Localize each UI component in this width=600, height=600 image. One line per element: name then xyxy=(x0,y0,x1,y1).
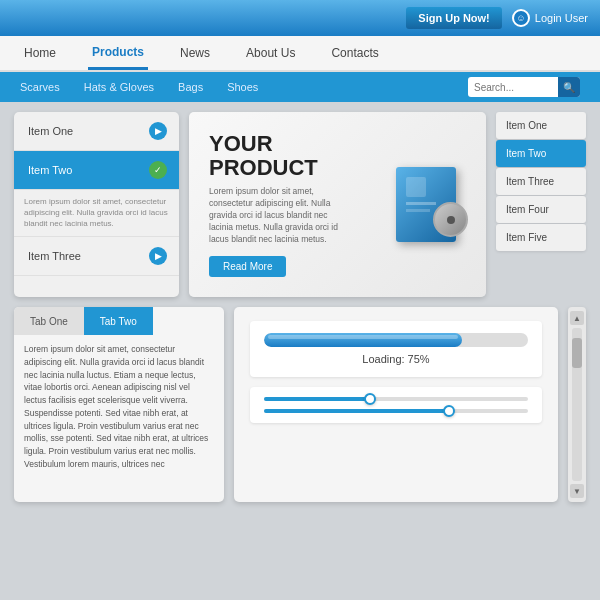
nav-contacts[interactable]: Contacts xyxy=(327,36,382,70)
banner-text: YOUR PRODUCT Lorem ipsum dolor sit amet,… xyxy=(209,132,386,277)
nav-about[interactable]: About Us xyxy=(242,36,299,70)
product-image xyxy=(386,155,466,255)
slider-one-track[interactable] xyxy=(264,397,528,401)
scroll-up-arrow[interactable]: ▲ xyxy=(570,311,584,325)
subnav-scarves[interactable]: Scarves xyxy=(20,81,60,93)
right-item-three[interactable]: Item Three xyxy=(496,168,586,195)
slider-two-thumb[interactable] xyxy=(443,405,455,417)
sidebar-item-two[interactable]: Item Two ✓ xyxy=(14,151,179,190)
right-item-five[interactable]: Item Five xyxy=(496,224,586,251)
nav-products[interactable]: Products xyxy=(88,36,148,70)
sidebar-item-three[interactable]: Item Three ▶ xyxy=(14,237,179,276)
item-one-arrow: ▶ xyxy=(149,122,167,140)
tabs-widget: Tab One Tab Two Lorem ipsum dolor sit am… xyxy=(14,307,224,502)
tab-content: Lorem ipsum dolor sit amet, consectetur … xyxy=(14,335,224,502)
search-input[interactable] xyxy=(468,82,558,93)
right-list: Item One Item Two Item Three Item Four I… xyxy=(496,112,586,297)
progress-fill xyxy=(264,333,462,347)
sidebar-item-one[interactable]: Item One ▶ xyxy=(14,112,179,151)
search-button[interactable]: 🔍 xyxy=(558,77,580,97)
nav-home[interactable]: Home xyxy=(20,36,60,70)
subnav-shoes[interactable]: Shoes xyxy=(227,81,258,93)
tab-two-button[interactable]: Tab Two xyxy=(84,307,153,335)
main-nav: Home Products News About Us Contacts xyxy=(0,36,600,72)
right-item-two[interactable]: Item Two xyxy=(496,140,586,167)
banner-description: Lorem ipsum dolor sit amet, consectetur … xyxy=(209,186,349,245)
progress-section: Loading: 75% xyxy=(250,321,542,377)
subnav-bags[interactable]: Bags xyxy=(178,81,203,93)
slider-two-track[interactable] xyxy=(264,409,528,413)
scroll-thumb[interactable] xyxy=(572,338,582,368)
slider-one-thumb[interactable] xyxy=(364,393,376,405)
login-label: Login User xyxy=(535,12,588,24)
header-top-bar: Sign Up Now! ☺ Login User xyxy=(0,0,600,36)
sub-nav: Scarves Hats & Gloves Bags Shoes 🔍 xyxy=(0,72,600,102)
sliders-section xyxy=(250,387,542,423)
tab-one-button[interactable]: Tab One xyxy=(14,307,84,335)
login-user-area: ☺ Login User xyxy=(512,9,588,27)
scroll-track[interactable] xyxy=(572,328,582,481)
tabs-header: Tab One Tab Two xyxy=(14,307,224,335)
item-two-check: ✓ xyxy=(149,161,167,179)
slider-two-fill xyxy=(264,409,449,413)
nav-news[interactable]: News xyxy=(176,36,214,70)
user-icon: ☺ xyxy=(512,9,530,27)
sidebar-widget: Item One ▶ Item Two ✓ Lorem ipsum dolor … xyxy=(14,112,179,297)
product-shape xyxy=(396,167,456,242)
banner-title: YOUR PRODUCT xyxy=(209,132,386,180)
item-three-arrow: ▶ xyxy=(149,247,167,265)
slider-one-fill xyxy=(264,397,370,401)
scrollbar-widget: ▲ ▼ xyxy=(568,307,586,502)
top-row: Item One ▶ Item Two ✓ Lorem ipsum dolor … xyxy=(14,112,586,297)
item-two-desc: Lorem ipsum dolor sit amet, consectetur … xyxy=(14,190,179,237)
subnav-hats[interactable]: Hats & Gloves xyxy=(84,81,154,93)
read-more-button[interactable]: Read More xyxy=(209,256,286,277)
product-banner: YOUR PRODUCT Lorem ipsum dolor sit amet,… xyxy=(189,112,486,297)
progress-track xyxy=(264,333,528,347)
search-box: 🔍 xyxy=(468,77,580,97)
content-area: Item One ▶ Item Two ✓ Lorem ipsum dolor … xyxy=(0,102,600,512)
bottom-row: Tab One Tab Two Lorem ipsum dolor sit am… xyxy=(14,307,586,502)
right-item-four[interactable]: Item Four xyxy=(496,196,586,223)
controls-widget: Loading: 75% xyxy=(234,307,558,502)
progress-label: Loading: 75% xyxy=(264,353,528,365)
product-disc xyxy=(433,202,468,237)
right-item-one[interactable]: Item One xyxy=(496,112,586,139)
signup-button[interactable]: Sign Up Now! xyxy=(406,7,502,29)
scroll-down-arrow[interactable]: ▼ xyxy=(570,484,584,498)
